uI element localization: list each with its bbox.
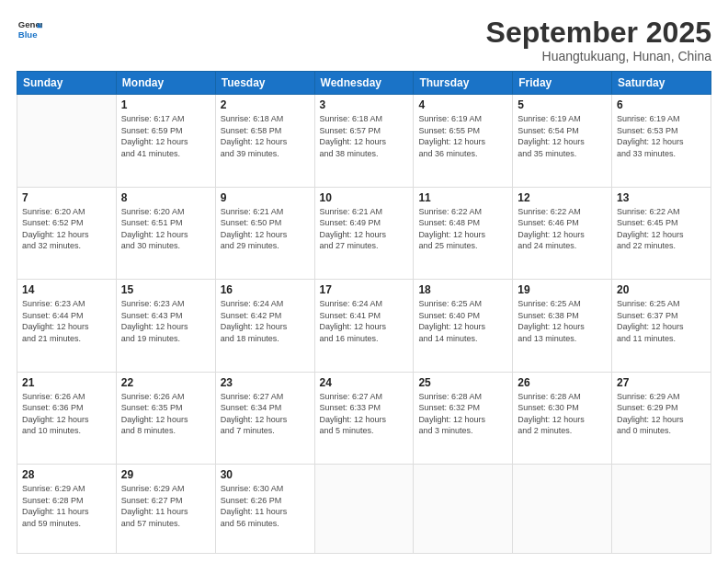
calendar-cell: 13Sunrise: 6:22 AM Sunset: 6:45 PM Dayli… xyxy=(612,187,711,279)
day-number: 12 xyxy=(518,191,607,204)
day-number: 6 xyxy=(617,98,706,111)
svg-text:Blue: Blue xyxy=(18,29,38,40)
calendar-day-header: Thursday xyxy=(414,72,513,95)
day-info: Sunrise: 6:17 AM Sunset: 6:59 PM Dayligh… xyxy=(121,113,210,159)
calendar-cell: 26Sunrise: 6:28 AM Sunset: 6:30 PM Dayli… xyxy=(513,372,612,464)
day-number: 26 xyxy=(518,376,607,389)
day-info: Sunrise: 6:27 AM Sunset: 6:33 PM Dayligh… xyxy=(320,391,409,437)
calendar-cell xyxy=(414,464,513,553)
day-info: Sunrise: 6:21 AM Sunset: 6:50 PM Dayligh… xyxy=(221,206,310,252)
day-info: Sunrise: 6:24 AM Sunset: 6:42 PM Dayligh… xyxy=(221,298,310,344)
day-number: 28 xyxy=(22,468,111,481)
day-info: Sunrise: 6:22 AM Sunset: 6:45 PM Dayligh… xyxy=(617,206,706,252)
day-info: Sunrise: 6:20 AM Sunset: 6:51 PM Dayligh… xyxy=(121,206,210,252)
calendar-cell: 28Sunrise: 6:29 AM Sunset: 6:28 PM Dayli… xyxy=(17,464,117,553)
calendar-cell: 22Sunrise: 6:26 AM Sunset: 6:35 PM Dayli… xyxy=(116,372,215,464)
day-number: 22 xyxy=(121,376,210,389)
calendar-cell: 8Sunrise: 6:20 AM Sunset: 6:51 PM Daylig… xyxy=(116,187,215,279)
day-number: 8 xyxy=(121,191,210,204)
day-number: 19 xyxy=(518,283,607,296)
calendar-cell: 16Sunrise: 6:24 AM Sunset: 6:42 PM Dayli… xyxy=(215,280,314,372)
day-info: Sunrise: 6:29 AM Sunset: 6:28 PM Dayligh… xyxy=(22,483,111,529)
calendar-cell: 29Sunrise: 6:29 AM Sunset: 6:27 PM Dayli… xyxy=(116,464,215,553)
main-title: September 2025 xyxy=(486,17,711,49)
calendar-day-header: Saturday xyxy=(612,72,711,95)
day-info: Sunrise: 6:20 AM Sunset: 6:52 PM Dayligh… xyxy=(22,206,111,252)
subtitle: Huangtukuang, Hunan, China xyxy=(486,49,711,63)
day-number: 13 xyxy=(617,191,706,204)
calendar-cell: 6Sunrise: 6:19 AM Sunset: 6:53 PM Daylig… xyxy=(612,95,711,187)
calendar-day-header: Friday xyxy=(513,72,612,95)
title-block: September 2025 Huangtukuang, Hunan, Chin… xyxy=(486,17,711,63)
calendar-cell: 2Sunrise: 6:18 AM Sunset: 6:58 PM Daylig… xyxy=(215,95,314,187)
day-number: 30 xyxy=(221,468,310,481)
calendar-cell: 21Sunrise: 6:26 AM Sunset: 6:36 PM Dayli… xyxy=(17,372,117,464)
day-number: 1 xyxy=(121,98,210,111)
calendar-day-header: Tuesday xyxy=(215,72,314,95)
day-number: 10 xyxy=(320,191,409,204)
day-info: Sunrise: 6:22 AM Sunset: 6:48 PM Dayligh… xyxy=(418,206,507,252)
day-number: 18 xyxy=(418,283,507,296)
calendar-cell: 10Sunrise: 6:21 AM Sunset: 6:49 PM Dayli… xyxy=(314,187,414,279)
calendar-cell: 25Sunrise: 6:28 AM Sunset: 6:32 PM Dayli… xyxy=(414,372,513,464)
calendar-cell: 3Sunrise: 6:18 AM Sunset: 6:57 PM Daylig… xyxy=(314,95,414,187)
day-info: Sunrise: 6:25 AM Sunset: 6:38 PM Dayligh… xyxy=(518,298,607,344)
calendar-cell xyxy=(314,464,414,553)
calendar-day-header: Monday xyxy=(116,72,215,95)
day-number: 29 xyxy=(121,468,210,481)
calendar-day-header: Wednesday xyxy=(314,72,414,95)
day-info: Sunrise: 6:21 AM Sunset: 6:49 PM Dayligh… xyxy=(320,206,409,252)
calendar-cell: 14Sunrise: 6:23 AM Sunset: 6:44 PM Dayli… xyxy=(17,280,117,372)
day-number: 24 xyxy=(320,376,409,389)
day-info: Sunrise: 6:28 AM Sunset: 6:32 PM Dayligh… xyxy=(418,391,507,437)
calendar-cell xyxy=(17,95,117,187)
day-number: 15 xyxy=(121,283,210,296)
calendar-cell: 18Sunrise: 6:25 AM Sunset: 6:40 PM Dayli… xyxy=(414,280,513,372)
calendar-cell: 1Sunrise: 6:17 AM Sunset: 6:59 PM Daylig… xyxy=(116,95,215,187)
day-info: Sunrise: 6:19 AM Sunset: 6:53 PM Dayligh… xyxy=(617,113,706,159)
day-number: 5 xyxy=(518,98,607,111)
day-info: Sunrise: 6:26 AM Sunset: 6:35 PM Dayligh… xyxy=(121,391,210,437)
day-number: 16 xyxy=(221,283,310,296)
day-info: Sunrise: 6:19 AM Sunset: 6:55 PM Dayligh… xyxy=(418,113,507,159)
day-info: Sunrise: 6:23 AM Sunset: 6:44 PM Dayligh… xyxy=(22,298,111,344)
day-info: Sunrise: 6:28 AM Sunset: 6:30 PM Dayligh… xyxy=(518,391,607,437)
day-info: Sunrise: 6:18 AM Sunset: 6:58 PM Dayligh… xyxy=(221,113,310,159)
calendar-cell: 27Sunrise: 6:29 AM Sunset: 6:29 PM Dayli… xyxy=(612,372,711,464)
day-info: Sunrise: 6:27 AM Sunset: 6:34 PM Dayligh… xyxy=(221,391,310,437)
day-info: Sunrise: 6:25 AM Sunset: 6:37 PM Dayligh… xyxy=(617,298,706,344)
day-number: 23 xyxy=(221,376,310,389)
day-number: 3 xyxy=(320,98,409,111)
calendar-cell: 7Sunrise: 6:20 AM Sunset: 6:52 PM Daylig… xyxy=(17,187,117,279)
page: General Blue September 2025 Huangtukuang… xyxy=(0,0,728,563)
calendar-cell: 4Sunrise: 6:19 AM Sunset: 6:55 PM Daylig… xyxy=(414,95,513,187)
calendar-cell: 11Sunrise: 6:22 AM Sunset: 6:48 PM Dayli… xyxy=(414,187,513,279)
day-info: Sunrise: 6:29 AM Sunset: 6:27 PM Dayligh… xyxy=(121,483,210,529)
day-info: Sunrise: 6:25 AM Sunset: 6:40 PM Dayligh… xyxy=(418,298,507,344)
day-info: Sunrise: 6:30 AM Sunset: 6:26 PM Dayligh… xyxy=(221,483,310,529)
day-info: Sunrise: 6:22 AM Sunset: 6:46 PM Dayligh… xyxy=(518,206,607,252)
calendar-cell xyxy=(513,464,612,553)
day-info: Sunrise: 6:26 AM Sunset: 6:36 PM Dayligh… xyxy=(22,391,111,437)
calendar-header-row: SundayMondayTuesdayWednesdayThursdayFrid… xyxy=(17,72,711,95)
day-number: 14 xyxy=(22,283,111,296)
calendar-cell: 23Sunrise: 6:27 AM Sunset: 6:34 PM Dayli… xyxy=(215,372,314,464)
calendar-cell: 12Sunrise: 6:22 AM Sunset: 6:46 PM Dayli… xyxy=(513,187,612,279)
calendar-cell xyxy=(612,464,711,553)
day-number: 9 xyxy=(221,191,310,204)
day-number: 2 xyxy=(221,98,310,111)
day-info: Sunrise: 6:29 AM Sunset: 6:29 PM Dayligh… xyxy=(617,391,706,437)
calendar-cell: 17Sunrise: 6:24 AM Sunset: 6:41 PM Dayli… xyxy=(314,280,414,372)
day-number: 4 xyxy=(418,98,507,111)
calendar-cell: 19Sunrise: 6:25 AM Sunset: 6:38 PM Dayli… xyxy=(513,280,612,372)
day-info: Sunrise: 6:23 AM Sunset: 6:43 PM Dayligh… xyxy=(121,298,210,344)
header: General Blue September 2025 Huangtukuang… xyxy=(17,17,711,63)
logo: General Blue xyxy=(17,17,42,42)
calendar-cell: 20Sunrise: 6:25 AM Sunset: 6:37 PM Dayli… xyxy=(612,280,711,372)
day-number: 25 xyxy=(418,376,507,389)
day-number: 7 xyxy=(22,191,111,204)
day-info: Sunrise: 6:19 AM Sunset: 6:54 PM Dayligh… xyxy=(518,113,607,159)
calendar-table: SundayMondayTuesdayWednesdayThursdayFrid… xyxy=(17,71,711,554)
calendar-cell: 24Sunrise: 6:27 AM Sunset: 6:33 PM Dayli… xyxy=(314,372,414,464)
calendar-cell: 15Sunrise: 6:23 AM Sunset: 6:43 PM Dayli… xyxy=(116,280,215,372)
